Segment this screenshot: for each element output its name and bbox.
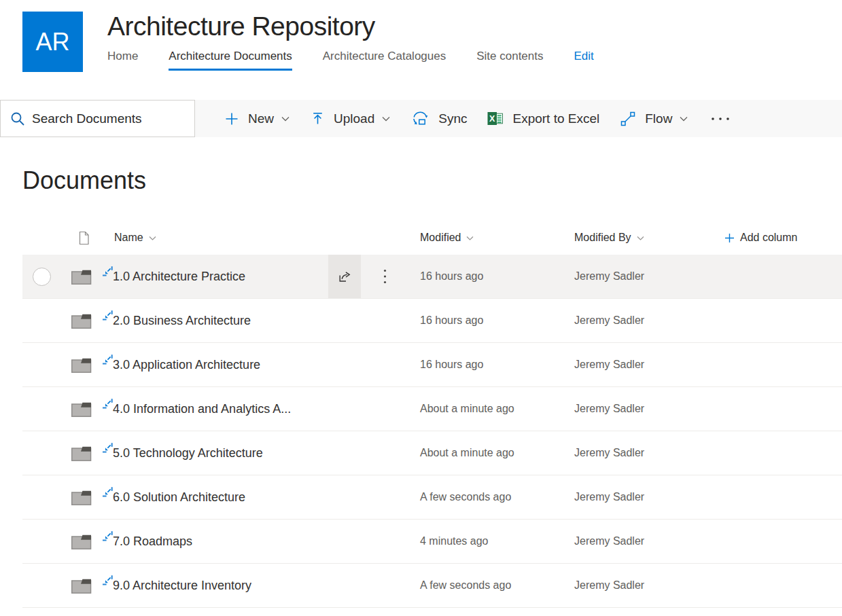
chevron-down-icon [466, 234, 474, 242]
top-nav: Home Architecture Documents Architecture… [107, 50, 625, 71]
ellipsis-icon [711, 117, 730, 121]
folder-icon [71, 446, 92, 461]
modified-by-column-label: Modified By [574, 232, 631, 244]
name-column-label: Name [114, 232, 143, 244]
upload-icon [311, 111, 325, 126]
site-logo[interactable]: AR [22, 12, 83, 72]
row-select-circle[interactable] [33, 268, 51, 286]
table-body: 1.0 Architecture Practice 16 hours ago J… [22, 255, 842, 608]
table-row[interactable]: 1.0 Architecture Practice 16 hours ago J… [22, 255, 842, 299]
nav-edit[interactable]: Edit [574, 50, 593, 71]
row-name-cell: 2.0 Business Architecture [114, 299, 420, 342]
row-name-cell: 4.0 Information and Analytics A... [114, 387, 420, 431]
header-name: Name [114, 221, 420, 255]
svg-text:X: X [490, 114, 496, 124]
plus-icon [224, 111, 239, 126]
share-button[interactable] [328, 255, 361, 298]
name-column-header[interactable]: Name [114, 232, 157, 244]
export-to-excel-label: Export to Excel [512, 111, 599, 126]
search-icon [10, 111, 26, 127]
table-row[interactable]: 6.0 Solution Architecture A few seconds … [22, 475, 842, 520]
chevron-down-icon [281, 114, 290, 124]
flow-button-label: Flow [645, 111, 672, 126]
folder-icon [71, 578, 92, 594]
nav-home[interactable]: Home [107, 50, 138, 71]
modified-by-column-header[interactable]: Modified By [574, 232, 724, 244]
table-row[interactable]: 5.0 Technology Architecture About a minu… [22, 431, 842, 475]
table-row[interactable]: 4.0 Information and Analytics A... About… [22, 387, 842, 431]
site-title: Architecture Repository [107, 12, 625, 41]
more-commands-button[interactable] [699, 100, 742, 137]
chevron-down-icon [679, 114, 688, 124]
folder-icon [71, 357, 92, 373]
add-column-button[interactable]: Add column [724, 232, 842, 244]
page-title: Documents [22, 166, 146, 195]
header-modified-by: Modified By [574, 232, 724, 244]
modified-column-label: Modified [420, 232, 461, 244]
table-row[interactable]: 3.0 Application Architecture 16 hours ag… [22, 343, 842, 387]
row-modified-by: Jeremy Sadler [574, 403, 724, 415]
row-modified: 16 hours ago [420, 359, 574, 371]
row-modified-by: Jeremy Sadler [574, 579, 724, 592]
row-name-cell: 1.0 Architecture Practice [114, 255, 420, 298]
nav-architecture-documents[interactable]: Architecture Documents [169, 50, 292, 71]
upload-button[interactable]: Upload [300, 100, 401, 137]
command-bar: New Upload Sync X Export to Excel Flow [0, 100, 842, 137]
search-input[interactable] [31, 111, 194, 127]
site-header: AR Architecture Repository Home Architec… [22, 12, 625, 72]
folder-name-link[interactable]: 9.0 Architecture Inventory [113, 579, 251, 593]
modified-column-header[interactable]: Modified [420, 232, 574, 244]
row-modified: About a minute ago [420, 447, 574, 459]
chevron-down-icon [636, 234, 645, 242]
table-row[interactable]: 7.0 Roadmaps 4 minutes ago Jeremy Sadler [22, 520, 842, 564]
row-modified-by: Jeremy Sadler [574, 447, 724, 459]
header-add-column: Add column [724, 232, 842, 244]
row-name-cell: 6.0 Solution Architecture [114, 475, 420, 519]
folder-icon [71, 401, 92, 417]
folder-name-link[interactable]: 7.0 Roadmaps [113, 535, 192, 549]
nav-site-contents[interactable]: Site contents [476, 50, 543, 71]
folder-icon [71, 313, 92, 329]
folder-icon [71, 490, 92, 505]
folder-name-link[interactable]: 3.0 Application Architecture [113, 358, 260, 372]
row-name-cell: 3.0 Application Architecture [114, 343, 420, 386]
sync-button[interactable]: Sync [401, 100, 477, 137]
document-icon [77, 231, 91, 245]
header-file-type-cell[interactable] [61, 231, 114, 245]
table-row[interactable]: 2.0 Business Architecture 16 hours ago J… [22, 299, 842, 343]
nav-architecture-catalogues[interactable]: Architecture Catalogues [323, 50, 446, 71]
folder-name-link[interactable]: 4.0 Information and Analytics A... [113, 402, 291, 416]
chevron-down-icon [381, 114, 391, 124]
folder-icon [71, 269, 92, 285]
search-box[interactable] [0, 100, 195, 137]
folder-name-link[interactable]: 5.0 Technology Architecture [113, 446, 263, 460]
command-buttons: New Upload Sync X Export to Excel Flow [195, 100, 742, 137]
sync-icon [411, 111, 429, 126]
folder-icon [71, 534, 92, 549]
row-modified: 16 hours ago [420, 314, 574, 327]
export-to-excel-button[interactable]: X Export to Excel [477, 100, 610, 137]
folder-name-link[interactable]: 1.0 Architecture Practice [113, 270, 245, 284]
flow-button[interactable]: Flow [610, 100, 699, 137]
row-name-cell: 9.0 Architecture Inventory [114, 564, 420, 607]
row-modified: About a minute ago [420, 403, 574, 415]
row-modified-by: Jeremy Sadler [574, 359, 724, 371]
row-name-cell: 7.0 Roadmaps [114, 520, 420, 563]
row-select-cell [22, 268, 61, 286]
site-header-right: Architecture Repository Home Architectur… [107, 12, 625, 72]
row-modified: A few seconds ago [420, 491, 574, 503]
folder-name-link[interactable]: 6.0 Solution Architecture [113, 490, 245, 505]
new-button-label: New [248, 111, 274, 126]
row-more-actions-button[interactable] [371, 255, 398, 298]
table-row[interactable]: 9.0 Architecture Inventory A few seconds… [22, 564, 842, 608]
chevron-down-icon [148, 234, 157, 242]
new-button[interactable]: New [214, 100, 300, 137]
header-modified: Modified [420, 232, 574, 244]
row-modified-by: Jeremy Sadler [574, 314, 724, 327]
page: AR Architecture Repository Home Architec… [0, 0, 842, 616]
plus-icon [724, 233, 735, 243]
table-header: Name Modified Modified By Add [22, 221, 842, 255]
row-modified: 16 hours ago [420, 270, 574, 283]
flow-icon [620, 111, 636, 127]
folder-name-link[interactable]: 2.0 Business Architecture [113, 314, 251, 328]
